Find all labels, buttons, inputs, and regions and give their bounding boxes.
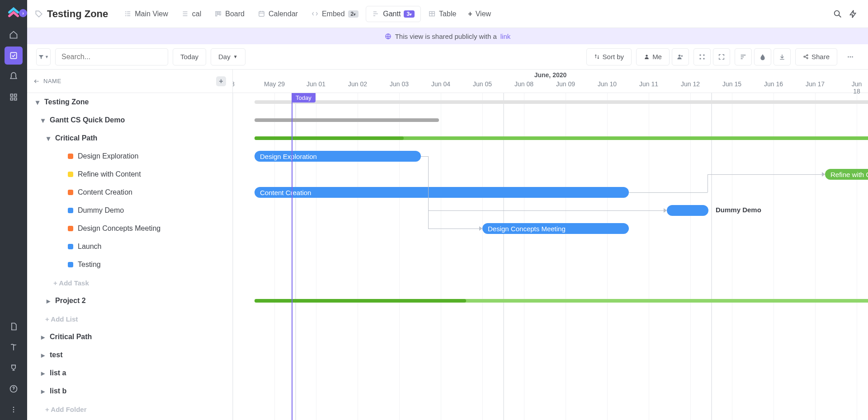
nav-help[interactable] (5, 380, 23, 398)
add-button[interactable]: + Add Folder (27, 400, 232, 418)
gantt-bar[interactable]: Refine with Content (825, 169, 868, 180)
day-header: Jun 09 (556, 80, 575, 88)
task-row[interactable]: ▾Gantt CS Quick Demo (27, 111, 232, 129)
toggle-icon[interactable]: ▸ (44, 297, 52, 305)
day-header: Jun 05 (473, 80, 492, 88)
logo-expand-badge[interactable]: › (19, 9, 27, 17)
task-row[interactable]: Dummy Demo (27, 201, 232, 219)
task-row[interactable]: ▸list b (27, 382, 232, 400)
download-icon (778, 53, 786, 61)
toggle-icon[interactable]: ▾ (44, 134, 52, 142)
add-view-button[interactable]: + View (462, 6, 497, 22)
add-button[interactable]: + Add List (27, 310, 232, 328)
task-row[interactable]: Content Creation (27, 183, 232, 201)
gantt-bar[interactable] (255, 118, 439, 122)
svg-rect-9 (216, 12, 217, 16)
gantt-bar[interactable] (667, 205, 708, 216)
toggle-icon[interactable]: ▸ (39, 369, 47, 377)
board-icon (214, 10, 222, 18)
help-icon (9, 384, 18, 393)
add-column-button[interactable]: + (216, 76, 226, 86)
view-tab-main-view[interactable]: Main View (118, 6, 174, 22)
nav-home[interactable] (5, 26, 23, 44)
view-tab-gantt[interactable]: Gantt3▾ (366, 6, 421, 22)
status-dot (68, 208, 73, 213)
task-row[interactable]: ▸list a (27, 364, 232, 382)
day-header: May 29 (264, 80, 285, 88)
view-tab-embed[interactable]: Embed2▾ (305, 6, 364, 22)
expand-button[interactable] (713, 48, 730, 65)
task-row[interactable]: Design Exploration (27, 147, 232, 165)
task-row[interactable]: ▸test (27, 346, 232, 364)
gantt-bar[interactable] (255, 299, 466, 303)
search-input[interactable] (55, 48, 168, 65)
nav-docs[interactable] (5, 317, 23, 336)
me-filter-button[interactable]: Me (636, 48, 670, 65)
nav-pulse[interactable] (5, 338, 23, 356)
share-button[interactable]: Share (795, 48, 837, 65)
task-row[interactable]: Refine with Content (27, 165, 232, 183)
gantt-bar[interactable]: Design Concepts Meeting (482, 223, 629, 234)
svg-point-23 (850, 56, 851, 57)
view-tab-cal[interactable]: cal (175, 6, 207, 22)
day-header: Jun 17 (806, 80, 825, 88)
gantt-bar[interactable] (255, 100, 868, 104)
gantt-chart[interactable]: June, 2020 8May 29Jun 01Jun 02Jun 03Jun … (233, 70, 868, 420)
collapse-button[interactable] (693, 48, 711, 65)
filter-button[interactable]: ▼ (36, 48, 51, 65)
toggle-icon[interactable]: ▸ (39, 387, 47, 395)
task-row[interactable]: ▾Critical Path (27, 129, 232, 147)
svg-point-8 (13, 411, 14, 413)
status-dot (68, 154, 73, 159)
today-button[interactable]: Today (173, 48, 206, 65)
pulse-icon (9, 343, 18, 352)
toggle-icon[interactable]: ▸ (39, 333, 47, 341)
task-row[interactable]: Design Concepts Meeting (27, 219, 232, 238)
view-tab-table[interactable]: Table (422, 6, 462, 22)
automate-icon[interactable] (848, 9, 858, 19)
people-icon (677, 53, 684, 61)
search-icon[interactable] (833, 9, 843, 19)
app-logo[interactable]: › (6, 6, 21, 21)
path-button[interactable] (735, 48, 752, 65)
nav-apps[interactable] (5, 88, 23, 106)
header-bar: Testing Zone Main ViewcalBoardCalendarEm… (27, 0, 868, 28)
nav-more[interactable] (5, 401, 23, 419)
svg-rect-3 (10, 98, 13, 100)
back-icon[interactable] (33, 78, 40, 84)
list2-icon (181, 10, 189, 18)
task-row[interactable]: ▾Testing Zone (27, 93, 232, 111)
svg-rect-1 (10, 94, 13, 96)
task-panel: NAME + ▾Testing Zone▾Gantt CS Quick Demo… (27, 70, 233, 420)
check-square-icon (9, 51, 18, 60)
gantt-bar[interactable] (255, 136, 404, 140)
task-row[interactable]: ▸Project 2 (27, 292, 232, 310)
svg-point-24 (852, 56, 853, 57)
space-title[interactable]: Testing Zone (34, 8, 108, 20)
toggle-icon[interactable]: ▾ (39, 116, 47, 124)
day-header: Jun 15 (722, 80, 741, 88)
nav-goals[interactable] (5, 359, 23, 377)
gantt-bar[interactable]: Content Creation (255, 187, 629, 198)
download-button[interactable] (774, 48, 791, 65)
sortby-button[interactable]: Sort by (586, 48, 632, 65)
day-scale-button[interactable]: Day▼ (211, 48, 245, 65)
view-tab-board[interactable]: Board (208, 6, 250, 22)
toggle-icon[interactable]: ▸ (39, 351, 47, 359)
day-header: Jun 12 (681, 80, 700, 88)
nav-tasks[interactable] (5, 47, 23, 65)
gantt-bar[interactable]: Design Exploration (255, 151, 421, 162)
color-button[interactable] (754, 48, 771, 65)
status-dot (68, 244, 73, 249)
task-row[interactable]: Launch (27, 238, 232, 256)
tag-icon (34, 9, 43, 19)
task-row[interactable]: Testing (27, 256, 232, 274)
task-row[interactable]: ▸Critical Path (27, 328, 232, 346)
banner-link[interactable]: link (500, 33, 511, 40)
add-button[interactable]: + Add Task (27, 274, 232, 292)
more-options-button[interactable] (842, 48, 859, 65)
nav-notifications[interactable] (5, 67, 23, 85)
assignee-filter-button[interactable] (672, 48, 689, 65)
view-tab-calendar[interactable]: Calendar (252, 6, 304, 22)
toggle-icon[interactable]: ▾ (33, 98, 42, 106)
